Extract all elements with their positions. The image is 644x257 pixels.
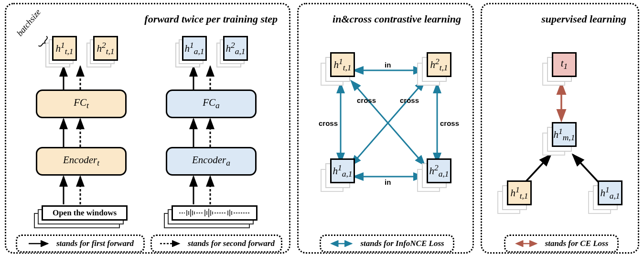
label-cross-d1: cross xyxy=(357,96,376,104)
legend-second-forward: stands for second forward xyxy=(150,235,282,253)
legend-first-forward: stands for first forward xyxy=(16,235,145,253)
legend-ce-text: stands for CE Loss xyxy=(545,239,609,248)
svg-line-39 xyxy=(525,155,551,182)
block-fc-a: FCa xyxy=(166,89,257,118)
arrows-panel2 xyxy=(299,4,475,255)
legend-second-forward-text: stands for second forward xyxy=(188,239,275,248)
panel-supervised: supervised learning tn t1 hm,n h1m,1 ht,… xyxy=(481,3,639,254)
block-fc-t: FCt xyxy=(36,89,127,118)
legend-first-forward-text: stands for first forward xyxy=(56,239,134,248)
tile-h-a-1-2: h2a,1 xyxy=(216,36,245,65)
tile-h-t-1-1: h1t,1 xyxy=(45,36,74,65)
panel-contrastive-title: in&cross contrastive learning xyxy=(333,13,461,25)
label-in-bottom: in xyxy=(385,178,391,186)
label-cross-d2: cross xyxy=(400,96,419,104)
panel-forward-title: forward twice per training step xyxy=(144,13,278,25)
input-text-label: Open the windows xyxy=(42,205,128,221)
legend-infonce-text: stands for InfoNCE Loss xyxy=(360,239,444,248)
tile-h-t-1-2: h2t,1 xyxy=(86,36,115,65)
legend-infonce: stands for InfoNCE Loss xyxy=(320,235,454,253)
block-encoder-a: Encodera xyxy=(166,147,257,176)
svg-line-35 xyxy=(352,82,424,164)
block-encoder-t: Encodert xyxy=(36,147,127,176)
legend-ce: stands for CE Loss xyxy=(504,235,619,253)
panel-contrastive: in&cross contrastive learning in in cros… xyxy=(297,3,474,254)
label-in-top: in xyxy=(385,61,391,69)
svg-line-40 xyxy=(573,155,599,182)
panel-supervised-title: supervised learning xyxy=(541,13,626,25)
input-text-stack: Open the windows xyxy=(34,205,129,229)
svg-line-36 xyxy=(352,82,424,164)
label-cross-left: cross xyxy=(319,119,338,127)
panel-forward: forward twice per training step batchsiz… xyxy=(5,3,290,254)
label-cross-right: cross xyxy=(440,119,459,127)
waveform-icon xyxy=(176,208,253,218)
diagram-canvas: forward twice per training step batchsiz… xyxy=(0,0,644,257)
tile-h-a-1-1: h1a,1 xyxy=(175,36,204,65)
input-waveform-stack xyxy=(164,205,259,229)
